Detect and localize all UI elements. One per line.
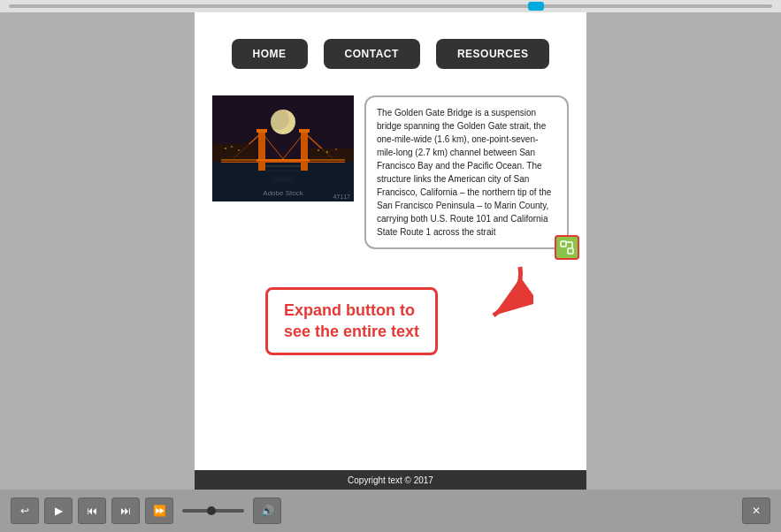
volume-thumb[interactable] — [207, 506, 216, 515]
fast-forward-button[interactable]: ⏩ — [145, 498, 173, 524]
skip-back-icon: ⏮ — [87, 505, 97, 517]
svg-point-23 — [318, 149, 319, 151]
player-bar: ↩ ▶ ⏮ ⏭ ⏩ 🔊 ✕ — [0, 490, 781, 532]
volume-button[interactable]: 🔊 — [253, 498, 281, 524]
annotation-area: Expand button tosee the entire text — [212, 258, 569, 364]
svg-point-20 — [225, 148, 226, 149]
play-icon: ▶ — [55, 505, 63, 517]
nav-bar: HOME CONTACT RESOURCES — [195, 12, 586, 87]
svg-point-6 — [268, 109, 289, 130]
scrubber-thumb[interactable] — [528, 2, 544, 11]
svg-point-22 — [238, 149, 240, 151]
main-section: Adobe Stock 47117 The Golden Gate Bridge… — [195, 87, 586, 258]
skip-next-button[interactable]: ⏭ — [111, 498, 140, 524]
svg-rect-9 — [257, 129, 267, 133]
contact-button[interactable]: CONTACT — [324, 39, 420, 69]
home-button[interactable]: HOME — [232, 39, 308, 69]
play-button[interactable]: ▶ — [44, 498, 73, 524]
copyright-text: Copyright text © 2017 — [348, 475, 433, 485]
rewind-icon: ↩ — [20, 505, 29, 517]
skip-next-icon: ⏭ — [120, 505, 131, 517]
expand-button[interactable] — [555, 235, 579, 260]
svg-rect-27 — [561, 241, 566, 247]
footer-bar: Copyright text © 2017 — [195, 470, 586, 490]
close-icon: ✕ — [752, 505, 761, 517]
svg-point-24 — [326, 151, 328, 153]
svg-point-25 — [335, 148, 337, 150]
content-area: HOME CONTACT RESOURCES — [195, 12, 586, 490]
volume-slider[interactable] — [182, 509, 244, 513]
resources-button[interactable]: RESOURCES — [436, 39, 550, 69]
description-text-block: The Golden Gate Bridge is a suspension b… — [364, 95, 569, 249]
callout-box: Expand button tosee the entire text — [265, 287, 438, 355]
left-panel — [0, 12, 195, 490]
svg-rect-28 — [568, 248, 573, 254]
volume-icon: 🔊 — [261, 505, 274, 517]
text-block-wrapper: The Golden Gate Bridge is a suspension b… — [364, 95, 569, 249]
skip-back-button[interactable]: ⏮ — [78, 498, 106, 524]
image-id: 47117 — [333, 194, 350, 200]
fast-forward-icon: ⏩ — [153, 505, 166, 517]
rewind-button[interactable]: ↩ — [11, 498, 39, 524]
adobe-watermark: Adobe Stock — [263, 189, 302, 197]
bridge-image: Adobe Stock 47117 — [212, 95, 354, 201]
svg-rect-26 — [221, 159, 345, 161]
annotation-arrow — [463, 258, 533, 329]
svg-rect-10 — [299, 129, 310, 133]
callout-text: Expand button tosee the entire text — [284, 301, 419, 339]
close-button[interactable]: ✕ — [742, 498, 770, 524]
bridge-description: The Golden Gate Bridge is a suspension b… — [377, 108, 551, 237]
right-panel — [586, 12, 781, 490]
scrubber-bar[interactable] — [0, 0, 781, 12]
scrubber-track[interactable] — [9, 4, 772, 8]
svg-point-21 — [231, 146, 233, 148]
